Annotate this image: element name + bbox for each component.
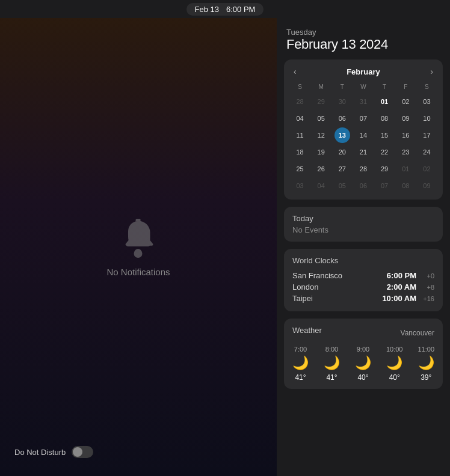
calendar-day[interactable]: 07 [377, 178, 392, 194]
clocks-list: San Francisco 6:00 PM +0 London 2:00 AM … [292, 270, 434, 304]
clock-row: London 2:00 AM +8 [292, 281, 434, 293]
calendar-day[interactable]: 03 [292, 178, 308, 194]
no-events-label: No Events [292, 225, 434, 234]
calendar-day[interactable]: 21 [356, 144, 371, 160]
calendar-day[interactable]: 29 [377, 161, 392, 177]
calendar-weekday-header: S [290, 82, 310, 93]
calendar-day[interactable]: 16 [398, 127, 413, 143]
weather-hour-col: 7:00 🌙 41° [292, 346, 309, 382]
calendar-day[interactable]: 18 [292, 144, 308, 160]
calendar-day[interactable]: 04 [292, 111, 308, 126]
clock-row: Taipei 10:00 AM +16 [292, 293, 434, 304]
calendar-day[interactable]: 02 [419, 161, 434, 177]
weather-hour-time: 9:00 [357, 346, 369, 353]
calendar-day[interactable]: 07 [356, 111, 371, 126]
calendar-day[interactable]: 05 [313, 111, 329, 126]
calendar-day[interactable]: 05 [334, 178, 350, 194]
no-notifications-label: No Notifications [106, 267, 170, 277]
top-bar: Feb 13 6:00 PM [0, 0, 450, 18]
toggle-knob [73, 447, 82, 457]
calendar-grid: SMTWTFS282930310102030405060708091011121… [290, 82, 437, 194]
calendar-day[interactable]: 26 [313, 161, 329, 177]
calendar-day[interactable]: 08 [377, 111, 392, 126]
dnd-label: Do Not Disturb [14, 448, 66, 457]
calendar-day[interactable]: 12 [313, 127, 329, 143]
date-header: Tuesday February 13 2024 [284, 28, 443, 52]
calendar-day[interactable]: 03 [419, 94, 434, 109]
calendar-day[interactable]: 09 [398, 111, 413, 126]
clock-city: London [292, 282, 387, 291]
calendar-day[interactable]: 04 [313, 178, 329, 194]
world-clocks-title: World Clocks [292, 256, 434, 265]
weather-hour-temp: 39° [421, 373, 431, 382]
weather-hour-time: 11:00 [418, 346, 434, 353]
weather-hour-temp: 41° [326, 373, 337, 382]
clock-time: 10:00 AM [382, 294, 416, 303]
calendar-day[interactable]: 28 [356, 161, 371, 177]
clock-offset: +16 [420, 295, 434, 302]
svg-rect-1 [128, 221, 148, 246]
weather-hour-col: 10:00 🌙 40° [386, 346, 403, 382]
calendar-day[interactable]: 31 [356, 94, 371, 109]
calendar-day[interactable]: 01 [377, 94, 392, 109]
calendar-day[interactable]: 27 [334, 161, 350, 177]
calendar-day[interactable]: 06 [356, 178, 371, 194]
calendar-day[interactable]: 15 [377, 127, 392, 143]
calendar-day[interactable]: 29 [313, 94, 329, 109]
calendar-day[interactable]: 02 [398, 94, 413, 109]
calendar-day[interactable]: 09 [419, 178, 434, 194]
calendar-weekday-header: T [375, 82, 395, 93]
clock-row: San Francisco 6:00 PM +0 [292, 270, 434, 281]
calendar-day[interactable]: 30 [334, 94, 350, 109]
world-clocks-widget: World Clocks San Francisco 6:00 PM +0 Lo… [284, 249, 443, 311]
calendar-day[interactable]: 20 [334, 144, 350, 160]
weather-hour-col: 9:00 🌙 40° [355, 346, 371, 382]
calendar-weekday-header: W [353, 82, 373, 93]
calendar-day[interactable]: 06 [334, 111, 350, 126]
calendar-day[interactable]: 13 [334, 127, 350, 143]
calendar-weekday-header: T [332, 82, 352, 93]
full-date: February 13 2024 [286, 37, 440, 52]
today-title: Today [292, 214, 434, 223]
calendar-day[interactable]: 25 [292, 161, 308, 177]
clock-offset: +8 [420, 284, 434, 291]
weather-widget: Weather Vancouver 7:00 🌙 41° 8:00 🌙 41° … [284, 319, 443, 389]
weather-hour-icon: 🌙 [324, 355, 340, 371]
calendar-day[interactable]: 22 [377, 144, 392, 160]
calendar-weekday-header: M [311, 82, 331, 93]
dnd-toggle[interactable] [72, 446, 93, 458]
notification-center: No Notifications [106, 218, 170, 277]
calendar-day[interactable]: 11 [292, 127, 308, 143]
calendar-day[interactable]: 23 [398, 144, 413, 160]
clock-city: Taipei [292, 294, 382, 303]
calendar-day[interactable]: 10 [419, 111, 434, 126]
calendar-day[interactable]: 24 [419, 144, 434, 160]
notification-panel: No Notifications Do Not Disturb [0, 18, 277, 476]
calendar-day[interactable]: 28 [292, 94, 308, 109]
calendar-weekday-header: S [417, 82, 437, 93]
next-month-button[interactable]: › [427, 66, 437, 78]
weather-hour-col: 8:00 🌙 41° [324, 346, 340, 382]
weather-header: Weather Vancouver [292, 326, 434, 340]
clock-time: 2:00 AM [387, 282, 416, 291]
calendar-weekday-header: F [396, 82, 416, 93]
datetime-pill: Feb 13 6:00 PM [186, 3, 264, 16]
calendar-day[interactable]: 14 [356, 127, 371, 143]
calendar-day[interactable]: 17 [419, 127, 434, 143]
weather-hours: 7:00 🌙 41° 8:00 🌙 41° 9:00 🌙 40° 10:00 🌙… [292, 346, 434, 382]
dnd-row: Do Not Disturb [14, 446, 93, 458]
clock-offset: +0 [420, 272, 434, 279]
date-display: Feb 13 [195, 5, 219, 14]
bell-icon [120, 218, 156, 260]
right-panel: Tuesday February 13 2024 ‹ February › SM… [277, 18, 450, 476]
calendar-day[interactable]: 19 [313, 144, 329, 160]
time-display: 6:00 PM [226, 5, 255, 14]
weather-hour-icon: 🌙 [418, 355, 434, 371]
prev-month-button[interactable]: ‹ [290, 66, 300, 78]
weather-hour-time: 10:00 [386, 346, 403, 353]
svg-rect-2 [126, 243, 150, 246]
calendar-day[interactable]: 01 [398, 161, 413, 177]
calendar-day[interactable]: 08 [398, 178, 413, 194]
weather-hour-time: 8:00 [325, 346, 338, 353]
svg-point-3 [135, 249, 142, 256]
